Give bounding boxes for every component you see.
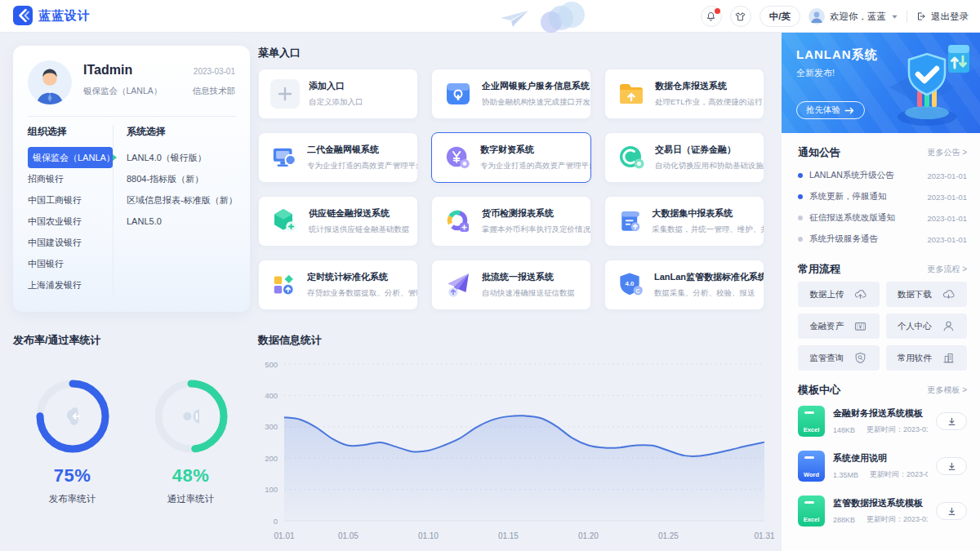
theme-button[interactable] [730, 6, 751, 27]
more-notices-link[interactable]: 更多公告 > [927, 147, 967, 158]
donut-value: 48% [172, 465, 210, 487]
download-button[interactable] [936, 502, 967, 520]
menu-card[interactable]: 二代金融网银系统 专为企业打造的高效资产管理平台 [258, 132, 418, 183]
menu-card[interactable]: 添加入口 自定义添加入口 [258, 69, 418, 119]
menu-card-title: 定时统计标准化系统 [307, 271, 417, 283]
flow-button[interactable]: 个人中心 [886, 313, 968, 339]
org-list-item[interactable]: 上海浦发银行 [28, 274, 113, 295]
menu-card[interactable]: 货币检测报表系统 掌握本外币利率执行及定价情况 [431, 196, 591, 247]
menu-card-desc: 数据采集、分析、校验、报送 [654, 288, 764, 299]
notifications-button[interactable] [701, 6, 722, 27]
download-button[interactable] [936, 412, 967, 430]
banner-illustration [873, 38, 980, 133]
flow-label: 监管查询 [809, 353, 844, 364]
template-item: Excel 监管数据报送系统模板 288KB 更新时间：2023-01-01 [798, 492, 967, 530]
template-size: 288KB [833, 516, 855, 524]
menu-card[interactable]: LanLan监管数据标准化系统 数据采集、分析、校验、报送 [604, 260, 764, 310]
chart-section-title: 数据信息统计 [258, 333, 322, 348]
notice-item[interactable]: LANLAN系统升级公告 2023-01-01 [798, 165, 967, 186]
menu-card-icon [270, 143, 298, 172]
flow-icon [942, 351, 956, 365]
flow-button[interactable]: 监管查询 [798, 345, 880, 371]
menu-card-title: 大数据集中报表系统 [652, 207, 764, 220]
system-list-item[interactable]: 8804-指标版（新） [127, 168, 238, 189]
file-type-icon: Excel [798, 495, 825, 527]
notice-dot [798, 173, 803, 178]
shirt-icon [734, 11, 746, 23]
menu-card-title: 数字财资系统 [480, 144, 590, 156]
menu-card-icon [270, 207, 300, 236]
flow-button[interactable]: 金融资产 [798, 313, 880, 339]
menu-card-desc: 存贷款业务数据提取、分析、管理 [307, 288, 417, 299]
org-list-item[interactable]: 银保监会（LANLA） [28, 147, 113, 168]
svg-text:100: 100 [265, 485, 278, 494]
panel-divider [28, 116, 235, 117]
flow-label: 个人中心 [898, 321, 932, 332]
menu-card-desc: 自定义添加入口 [309, 97, 363, 108]
org-list-item[interactable]: 招商银行 [28, 168, 113, 189]
menu-card-title: 二代金融网银系统 [307, 144, 417, 156]
template-title: 监管数据报送系统模板 [833, 497, 928, 509]
notice-dot [798, 237, 803, 242]
org-list-item[interactable]: 中国工商银行 [28, 189, 113, 211]
template-size: 148KB [833, 426, 855, 434]
flow-icon [942, 319, 956, 333]
svg-text:0: 0 [274, 517, 278, 526]
menu-card-desc: 掌握本外币利率执行及定价情况 [482, 224, 590, 235]
header-divider [906, 11, 907, 23]
notice-text: 系统更新，停服通知 [809, 191, 922, 202]
flow-label: 金融资产 [809, 321, 844, 332]
download-button[interactable] [936, 457, 967, 475]
notice-item[interactable]: 征信报送系统改版通知 2023-01-01 [798, 207, 967, 229]
menu-card[interactable]: 数据仓库报送系统 处理ETL作业，高效便捷的运行 [604, 69, 764, 119]
system-list-item[interactable]: LANL5.0 [127, 211, 238, 232]
system-list: LANL4.0（银行版）8804-指标版（新）区域信息报表-标准版（新）LANL… [127, 147, 238, 232]
flow-button[interactable]: 数据上传 [798, 282, 880, 307]
menu-card-title: 批流统一报送系统 [482, 271, 575, 283]
notice-item[interactable]: 系统更新，停服通知 2023-01-01 [798, 186, 967, 207]
flow-label: 数据下载 [898, 289, 932, 300]
promo-banner[interactable]: LANLAN系统 全新发布! 抢先体验 [782, 33, 980, 133]
donut-label: 通过率统计 [167, 493, 215, 505]
banner-subtitle: 全新发布! [796, 67, 835, 79]
template-size: 1.35MB [833, 471, 858, 479]
menu-card[interactable]: 批流统一报送系统 自动快速准确报送征信数据 [431, 260, 591, 310]
flow-button[interactable]: 常用软件 [886, 345, 968, 371]
notice-item[interactable]: 系统升级服务通告 2023-01-01 [798, 229, 967, 250]
system-list-item[interactable]: LANL4.0（银行版） [127, 147, 238, 168]
download-icon [947, 461, 957, 472]
logout-button[interactable]: 退出登录 [915, 11, 969, 23]
chevron-down-icon [891, 13, 898, 20]
user-panel: ITadmin 2023-03-01 银保监会（LANLA） 信息技术部 组织选… [13, 46, 250, 312]
flow-button[interactable]: 数据下载 [886, 282, 968, 307]
menu-card-title: 企业网银账户服务信息系统 [482, 80, 590, 92]
flows-title: 常用流程 [798, 262, 840, 277]
menu-section-title: 菜单入口 [258, 46, 301, 60]
more-flows-link[interactable]: 更多流程 > [927, 264, 967, 275]
svg-text:01.15: 01.15 [498, 531, 519, 540]
menu-card[interactable]: 定时统计标准化系统 存贷款业务数据提取、分析、管理 [258, 260, 418, 310]
menu-card[interactable]: 大数据集中报表系统 采集数据，并统一管理、维护、共享 [604, 196, 764, 247]
menu-card-title: 货币检测报表系统 [482, 207, 590, 220]
flow-icon [853, 351, 867, 365]
language-toggle[interactable]: 中/英 [760, 6, 800, 27]
notice-text: LANLAN系统升级公告 [809, 170, 922, 181]
menu-card[interactable]: 数字财资系统 专为企业打造的高效资产管理平台 [431, 132, 591, 183]
banner-cta-button[interactable]: 抢先体验 [796, 101, 865, 119]
svg-text:01.10: 01.10 [418, 531, 439, 540]
more-templates-link[interactable]: 更多模板 > [927, 384, 967, 396]
org-list-item[interactable]: 中国建设银行 [28, 232, 113, 253]
org-list-item[interactable]: 中国银行 [28, 253, 113, 274]
menu-card[interactable]: 供应链金融报送系统 统计报送供应链金融基础数据 [258, 196, 418, 247]
menu-card-icon [443, 207, 473, 236]
user-menu[interactable]: 欢迎你，蓝蓝 [808, 8, 898, 24]
system-list-item[interactable]: 区域信息报表-标准版（新） [127, 189, 238, 211]
menu-card[interactable]: 交易日（证券金融） 自动化切换应用和协助基础设施 [604, 132, 764, 183]
data-statistics-chart: 010020030040050001.0101.0501.1001.1501.2… [253, 349, 776, 547]
flow-icon [942, 287, 956, 301]
app-logo[interactable]: 蓝蓝设计 [13, 6, 91, 25]
user-date: 2023-03-01 [194, 67, 235, 76]
notice-dot [798, 216, 803, 220]
org-list-item[interactable]: 中国农业银行 [28, 211, 113, 232]
menu-card[interactable]: 企业网银账户服务信息系统 协助金融机构快速完成接口开发 [431, 69, 591, 119]
